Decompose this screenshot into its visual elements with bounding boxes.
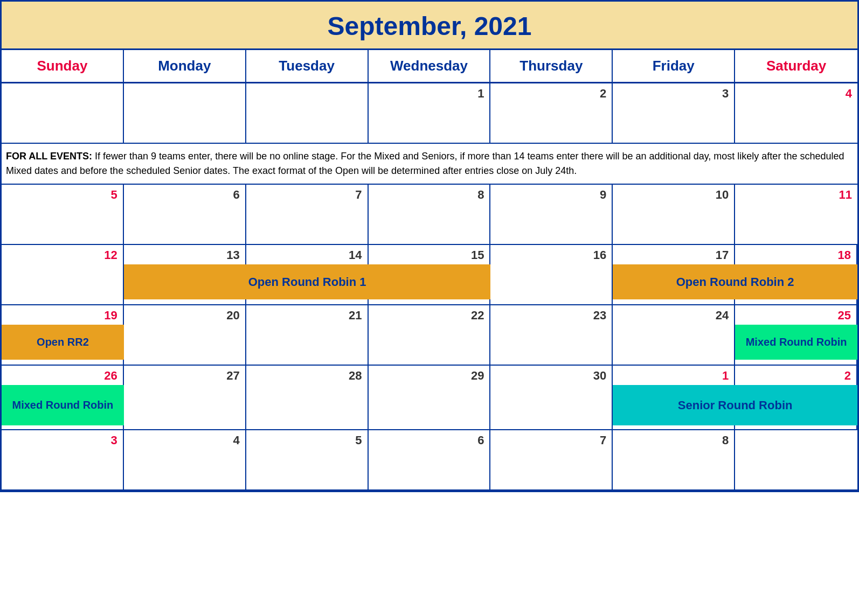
day-cell-sep3: 3 xyxy=(613,83,735,143)
day-number: 3 xyxy=(5,432,120,449)
day-number: 13 xyxy=(127,247,242,263)
day-number: 10 xyxy=(616,187,731,203)
header-friday: Friday xyxy=(613,50,735,82)
calendar-title: September, 2021 xyxy=(2,2,857,50)
day-number: 25 xyxy=(738,307,853,324)
header-thursday: Thursday xyxy=(490,50,613,82)
day-number: 4 xyxy=(127,432,242,449)
day-cell-9: 9 xyxy=(490,185,613,244)
day-cell-last xyxy=(735,430,857,489)
day-number: 26 xyxy=(5,368,120,384)
day-cell-blank1 xyxy=(2,83,124,143)
day-number: 3 xyxy=(616,86,731,102)
day-cell-16: 16 xyxy=(490,245,613,304)
notice-row: FOR ALL EVENTS: If fewer than 9 teams en… xyxy=(2,144,857,185)
day-number: 28 xyxy=(250,368,364,384)
day-cell-5: 5 xyxy=(2,185,124,244)
day-cell-sep2: 2 xyxy=(490,83,613,143)
day-cell-27: 27 xyxy=(124,366,246,429)
week-row-5: 26 27 28 29 30 1 2 Mixed Round Robin Sen… xyxy=(2,366,857,430)
day-number: 4 xyxy=(738,86,854,102)
event-mixed-rr-sat: Mixed Round Robin xyxy=(735,325,857,360)
event-open-rr2-bar: Open Round Robin 2 xyxy=(613,264,857,299)
day-number: 7 xyxy=(494,432,608,449)
day-number: 14 xyxy=(250,247,364,263)
header-monday: Monday xyxy=(124,50,246,82)
day-cell-29: 29 xyxy=(369,366,491,429)
day-cell-sep4: 4 xyxy=(735,83,857,143)
day-number: 20 xyxy=(127,307,242,324)
week-row-2: 5 6 7 8 9 10 11 xyxy=(2,185,857,245)
day-number: 16 xyxy=(494,247,608,263)
day-cell-24: 24 xyxy=(613,305,735,365)
day-cell-oct7: 7 xyxy=(490,430,613,489)
day-cell-11: 11 xyxy=(735,185,857,244)
day-number: 19 xyxy=(5,307,120,324)
day-cell-blank3 xyxy=(246,83,369,143)
event-open-rr1: Open Round Robin 1 xyxy=(124,264,491,299)
day-cell-12: 12 xyxy=(2,245,124,304)
day-number: 11 xyxy=(738,187,854,203)
day-cell-28: 28 xyxy=(246,366,369,429)
event-open-rr2-sun: Open RR2 xyxy=(2,325,124,360)
day-number: 27 xyxy=(127,368,242,384)
day-number: 8 xyxy=(616,432,731,449)
day-cell-sep1: 1 xyxy=(369,83,491,143)
notice-text: If fewer than 9 teams enter, there will … xyxy=(6,151,844,176)
day-cell-7: 7 xyxy=(246,185,369,244)
day-number: 12 xyxy=(5,247,120,263)
week-row-1: 1 2 3 4 xyxy=(2,83,857,144)
day-number: 29 xyxy=(372,368,487,384)
day-number: 2 xyxy=(738,368,853,384)
header-tuesday: Tuesday xyxy=(246,50,369,82)
day-number: 23 xyxy=(494,307,608,324)
day-cell-23: 23 xyxy=(490,305,613,365)
day-number: 22 xyxy=(372,307,487,324)
day-cell-blank2 xyxy=(124,83,246,143)
day-cell-8: 8 xyxy=(369,185,491,244)
calendar-container: September, 2021 Sunday Monday Tuesday We… xyxy=(0,0,859,492)
day-number: 2 xyxy=(494,86,608,102)
day-number: 7 xyxy=(250,187,364,203)
day-number: 21 xyxy=(250,307,364,324)
event-mixed-rr-sun: Mixed Round Robin xyxy=(2,385,124,425)
header-sunday: Sunday xyxy=(2,50,124,82)
day-number: 6 xyxy=(372,432,487,449)
day-cell-10: 10 xyxy=(613,185,735,244)
day-cell-21: 21 xyxy=(246,305,369,365)
day-cell-20: 20 xyxy=(124,305,246,365)
header-saturday: Saturday xyxy=(735,50,857,82)
week-row-4: 19 20 21 22 23 24 25 Open RR2 Mixed Roun… xyxy=(2,305,857,366)
day-number: 18 xyxy=(738,247,853,263)
day-number: 6 xyxy=(127,187,242,203)
day-cell-oct5: 5 xyxy=(246,430,369,489)
day-number: 30 xyxy=(494,368,608,384)
day-cell-22: 22 xyxy=(369,305,491,365)
day-number: 8 xyxy=(372,187,487,203)
day-number: 1 xyxy=(616,368,731,384)
day-cell-oct3: 3 xyxy=(2,430,124,489)
day-number: 5 xyxy=(250,432,364,449)
day-headers: Sunday Monday Tuesday Wednesday Thursday… xyxy=(2,50,857,83)
day-cell-oct6: 6 xyxy=(369,430,491,489)
day-number: 5 xyxy=(5,187,120,203)
day-number: 24 xyxy=(616,307,731,324)
day-cell-oct8: 8 xyxy=(613,430,735,489)
week-row-6: 3 4 5 6 7 8 xyxy=(2,430,857,491)
day-cell-oct4: 4 xyxy=(124,430,246,489)
day-cell-6: 6 xyxy=(124,185,246,244)
day-cell-30: 30 xyxy=(490,366,613,429)
day-number: 17 xyxy=(616,247,731,263)
day-number: 9 xyxy=(494,187,608,203)
event-senior-rr: Senior Round Robin xyxy=(613,385,857,425)
notice-bold: FOR ALL EVENTS: xyxy=(6,151,92,162)
week-row-3: 12 13 14 15 16 17 18 Open Round Robin 1 … xyxy=(2,245,857,305)
header-wednesday: Wednesday xyxy=(369,50,491,82)
day-number: 15 xyxy=(372,247,487,263)
day-number: 1 xyxy=(372,86,487,102)
